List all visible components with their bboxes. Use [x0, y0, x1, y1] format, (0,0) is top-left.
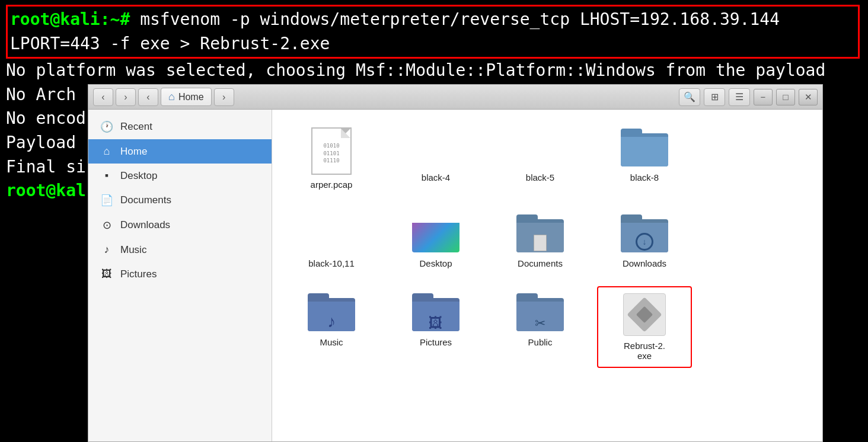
- fm-content: 🕐 Recent ⌂ Home ▪ Desktop 📄 Documents ⊙ …: [88, 110, 822, 441]
- fm-grid: 01010 01101 01110 arper.pcap: [272, 110, 822, 441]
- folder-music-icon: ♪: [308, 292, 355, 332]
- grid-view-button[interactable]: ⊞: [704, 88, 725, 106]
- file-black-4[interactable]: black-4: [388, 121, 483, 196]
- sidebar-label-music: Music: [120, 244, 146, 256]
- maximize-button[interactable]: □: [776, 89, 795, 105]
- recent-icon: 🕐: [100, 120, 113, 133]
- folder-pictures-icon: 🖼: [412, 292, 459, 332]
- sidebar-label-desktop: Desktop: [120, 170, 157, 182]
- folder-black-8-icon: [621, 127, 668, 168]
- pictures-icon: 🖼: [100, 268, 113, 280]
- desktop-icon: ▪: [100, 169, 113, 182]
- terminal-command-line: root@kali:~# msfvenom -p windows/meterpr…: [6, 5, 860, 59]
- fm-sidebar: 🕐 Recent ⌂ Home ▪ Desktop 📄 Documents ⊙ …: [88, 110, 272, 441]
- sidebar-label-recent: Recent: [120, 121, 152, 133]
- forward-button[interactable]: ›: [116, 88, 136, 106]
- folder-black-4-icon: [412, 127, 459, 168]
- folder-public-icon: ✂: [516, 292, 564, 332]
- sidebar-label-home: Home: [120, 146, 147, 158]
- file-desktop[interactable]: Desktop: [388, 207, 483, 274]
- sidebar-item-music[interactable]: ♪ Music: [88, 238, 272, 262]
- folder-black-10-11-icon: [308, 213, 355, 254]
- sidebar-item-documents[interactable]: 📄 Documents: [88, 188, 272, 213]
- back-button[interactable]: ‹: [93, 88, 113, 106]
- location-pill[interactable]: ⌂ Home: [161, 88, 212, 106]
- file-manager-window: ‹ › ‹ ⌂ Home › 🔍 ⊞ ☰ − □ ✕ 🕐 Recent: [88, 84, 823, 442]
- file-label-desktop: Desktop: [419, 258, 452, 268]
- sidebar-item-recent[interactable]: 🕐 Recent: [88, 114, 272, 139]
- file-label-black-8: black-8: [630, 172, 659, 182]
- up-button[interactable]: ‹: [138, 88, 158, 106]
- file-label-black-5: black-5: [526, 172, 554, 182]
- file-music[interactable]: ♪ Music: [284, 286, 379, 368]
- pcap-file-icon: 01010 01101 01110: [311, 127, 352, 175]
- location-label: Home: [178, 92, 204, 103]
- sidebar-item-home[interactable]: ⌂ Home: [88, 139, 272, 164]
- terminal-info-line: No platform was selected, choosing Msf::…: [6, 59, 862, 83]
- documents-icon: 📄: [100, 194, 113, 207]
- search-button[interactable]: 🔍: [679, 88, 700, 106]
- file-black-10-11[interactable]: black-10,11: [284, 207, 379, 274]
- list-view-button[interactable]: ☰: [729, 88, 750, 106]
- close-button[interactable]: ✕: [799, 89, 818, 105]
- file-label-public: Public: [528, 337, 553, 347]
- exe-file-icon: [623, 293, 666, 336]
- file-downloads[interactable]: ↓ Downloads: [597, 207, 692, 274]
- sidebar-item-pictures[interactable]: 🖼 Pictures: [88, 262, 272, 286]
- file-documents[interactable]: Documents: [493, 207, 588, 274]
- file-label-documents: Documents: [518, 258, 563, 268]
- fm-toolbar-right: 🔍 ⊞ ☰ − □ ✕: [679, 88, 818, 106]
- folder-desktop-icon: [412, 213, 459, 254]
- file-pictures[interactable]: 🖼 Pictures: [388, 286, 483, 368]
- file-label-rebrust-exe: Rebrust-2.exe: [624, 341, 665, 361]
- sidebar-item-downloads[interactable]: ⊙ Downloads: [88, 213, 272, 238]
- folder-documents-icon: [516, 213, 564, 254]
- minimize-button[interactable]: −: [754, 89, 773, 105]
- fm-titlebar: ‹ › ‹ ⌂ Home › 🔍 ⊞ ☰ − □ ✕: [88, 85, 822, 110]
- sidebar-label-downloads: Downloads: [120, 219, 170, 231]
- home-icon: ⌂: [100, 145, 113, 158]
- sidebar-label-pictures: Pictures: [120, 268, 157, 280]
- sidebar-item-desktop[interactable]: ▪ Desktop: [88, 164, 272, 188]
- file-label-arper-pcap: arper.pcap: [311, 180, 353, 190]
- fm-nav-buttons: ‹ › ‹ ⌂ Home ›: [93, 88, 234, 106]
- location-home-icon: ⌂: [168, 91, 175, 103]
- file-black-8[interactable]: black-8: [597, 121, 692, 196]
- location-forward-button[interactable]: ›: [214, 88, 234, 106]
- file-black-5[interactable]: black-5: [493, 121, 588, 196]
- file-label-downloads: Downloads: [623, 258, 666, 268]
- file-label-pictures: Pictures: [420, 337, 452, 347]
- file-label-black-10-11: black-10,11: [308, 258, 355, 268]
- file-public[interactable]: ✂ Public: [493, 286, 588, 368]
- fm-grid-inner: 01010 01101 01110 arper.pcap: [284, 121, 810, 368]
- music-icon: ♪: [100, 244, 113, 256]
- file-label-black-4: black-4: [422, 172, 450, 182]
- exe-diamond-shape: [627, 297, 662, 332]
- folder-downloads-icon: ↓: [621, 213, 668, 254]
- file-label-music: Music: [320, 337, 343, 347]
- sidebar-label-documents: Documents: [120, 194, 171, 206]
- file-arper-pcap[interactable]: 01010 01101 01110 arper.pcap: [284, 121, 379, 196]
- file-rebrust-exe[interactable]: Rebrust-2.exe: [597, 286, 692, 368]
- exe-diamond-inner: [636, 306, 653, 323]
- folder-black-5-icon: [516, 127, 564, 168]
- downloads-icon: ⊙: [100, 219, 113, 232]
- terminal-prompt: root@kali:~#: [10, 9, 130, 29]
